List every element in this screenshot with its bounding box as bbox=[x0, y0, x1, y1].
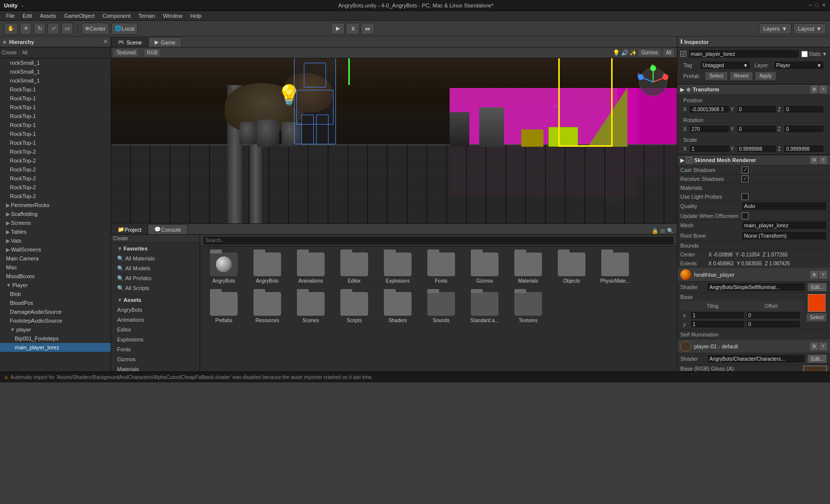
file-physicmate[interactable]: PhysicMate... bbox=[595, 251, 635, 286]
list-item[interactable]: RockTop-2 bbox=[0, 192, 111, 201]
mat1-settings-btn[interactable]: ⚙ bbox=[810, 271, 818, 279]
file-angrybots[interactable]: AngryBots bbox=[248, 251, 287, 286]
tab-console[interactable]: 💬 Console bbox=[148, 224, 187, 234]
file-shaders[interactable]: Shaders bbox=[378, 290, 417, 326]
pivot-btn[interactable]: ⊕ Center bbox=[82, 23, 109, 35]
file-animations[interactable]: Animations bbox=[291, 251, 331, 286]
space-btn[interactable]: 🌐 Local bbox=[111, 23, 138, 35]
hierarchy-damage-audio[interactable]: DamageAudioSource bbox=[0, 307, 111, 316]
play-button[interactable]: ▶ bbox=[331, 23, 345, 35]
component-settings-btn[interactable]: ⚙ bbox=[810, 85, 818, 93]
move-tool-btn[interactable]: ✛ bbox=[20, 23, 32, 35]
step-button[interactable]: ⏭ bbox=[361, 23, 374, 35]
scale-tool-btn[interactable]: ⤢ bbox=[47, 23, 59, 35]
fav-prefabs[interactable]: 🔍 All Prefabs bbox=[111, 273, 200, 283]
minimize-btn[interactable]: ─ bbox=[809, 2, 813, 8]
list-item[interactable]: RockTop-2 bbox=[0, 174, 111, 183]
scale-y-field[interactable]: 0.9999998 bbox=[737, 145, 777, 153]
file-fonts[interactable]: Fonts bbox=[421, 251, 461, 286]
list-item[interactable]: RockTop-2 bbox=[0, 183, 111, 192]
fav-models[interactable]: 🔍 All Models bbox=[111, 263, 200, 273]
menu-assets[interactable]: Assets bbox=[36, 11, 60, 21]
smr-settings-btn[interactable]: ⚙ bbox=[810, 156, 818, 164]
mat2-edit-btn[interactable]: Edit... bbox=[807, 354, 827, 363]
project-search-input[interactable] bbox=[203, 236, 674, 245]
fav-materials[interactable]: 🔍 All Materials bbox=[111, 253, 200, 263]
mat1-shader-value[interactable]: AngryBots/SimpleSelfIlluminat... bbox=[707, 283, 805, 292]
hierarchy-vats[interactable]: ▶Vats bbox=[0, 236, 111, 245]
assets-tree-header[interactable]: ▼Assets bbox=[111, 295, 200, 305]
project-view-icon[interactable]: ⊞ bbox=[661, 228, 665, 234]
hierarchy-all-btn[interactable]: All bbox=[22, 50, 28, 55]
mat1-select-btn[interactable]: Select bbox=[806, 313, 827, 322]
component-help-btn[interactable]: ? bbox=[819, 85, 827, 93]
update-offscreen-check[interactable] bbox=[742, 212, 748, 219]
proj-editor[interactable]: Editor bbox=[111, 325, 200, 335]
project-search-icon[interactable]: 🔍 bbox=[667, 228, 674, 234]
tab-project[interactable]: 📁 Project bbox=[111, 224, 148, 234]
hierarchy-blob[interactable]: Blob bbox=[0, 290, 111, 298]
prefab-select-btn[interactable]: Select bbox=[705, 72, 728, 81]
list-item[interactable]: RockTop-1 bbox=[0, 103, 111, 112]
list-item[interactable]: rockSmall_1 bbox=[0, 67, 111, 76]
list-item[interactable]: rockSmall_1 bbox=[0, 76, 111, 85]
mat2-settings-btn[interactable]: ⚙ bbox=[810, 342, 818, 350]
rot-x-field[interactable]: 270 bbox=[689, 125, 730, 133]
file-angrybots-unity[interactable]: AngryBots bbox=[204, 251, 244, 286]
layer-dropdown[interactable]: Player ▼ bbox=[774, 61, 824, 70]
quality-value[interactable]: Auto bbox=[742, 202, 827, 210]
hierarchy-main-camera[interactable]: Main Camera bbox=[0, 254, 111, 263]
tag-dropdown[interactable]: Untagged ▼ bbox=[700, 61, 750, 70]
file-materials[interactable]: Materials bbox=[508, 251, 548, 286]
skinned-mesh-header[interactable]: ▶ Skinned Mesh Renderer ⚙ ? bbox=[677, 155, 830, 166]
file-scripts[interactable]: Scripts bbox=[334, 290, 374, 326]
hierarchy-perimeter-rocks[interactable]: ▶PerimeterRocks bbox=[0, 201, 111, 210]
view-mode-btn[interactable]: Textured bbox=[113, 48, 139, 57]
rot-z-field[interactable]: 0 bbox=[784, 125, 824, 133]
hierarchy-player[interactable]: ▼Player bbox=[0, 281, 111, 290]
hierarchy-create-btn[interactable]: Create bbox=[2, 50, 17, 55]
cast-shadows-check[interactable] bbox=[742, 167, 748, 173]
static-checkbox[interactable] bbox=[801, 51, 808, 57]
hierarchy-bloodpos[interactable]: BloodPos bbox=[0, 298, 111, 307]
list-item[interactable]: rockSmall_1 bbox=[0, 58, 111, 67]
proj-fonts[interactable]: Fonts bbox=[111, 344, 200, 354]
mat1-x-tiling[interactable]: 1 bbox=[690, 311, 745, 319]
menu-help[interactable]: Help bbox=[186, 11, 206, 21]
mat1-x-offset[interactable]: 0 bbox=[746, 311, 801, 319]
rotate-tool-btn[interactable]: ↻ bbox=[34, 23, 45, 35]
object-name-field[interactable] bbox=[688, 49, 799, 58]
file-textures[interactable]: Textures bbox=[508, 290, 548, 326]
layout-dropdown[interactable]: Layout ▼ bbox=[793, 23, 826, 34]
hierarchy-tables[interactable]: ▶Tables bbox=[0, 227, 111, 236]
mat1-y-offset[interactable]: 0 bbox=[746, 320, 801, 328]
rot-y-field[interactable]: 0 bbox=[737, 125, 777, 133]
use-light-probes-check[interactable] bbox=[742, 193, 748, 200]
scale-z-field[interactable]: 0.9999998 bbox=[784, 145, 824, 153]
hierarchy-main-player-lorez[interactable]: main_player_lorez bbox=[0, 343, 111, 352]
tab-game[interactable]: ▶ Game bbox=[148, 37, 182, 47]
hierarchy-bip001[interactable]: Bip001_Footsteps bbox=[0, 334, 111, 343]
list-item[interactable]: RockTop-1 bbox=[0, 112, 111, 121]
layers-dropdown[interactable]: Layers ▼ bbox=[759, 23, 791, 34]
create-label[interactable]: Create bbox=[113, 236, 128, 241]
proj-animations[interactable]: Animations bbox=[111, 315, 200, 325]
hierarchy-close-btn[interactable]: ✕ bbox=[103, 39, 108, 45]
menu-edit[interactable]: Edit bbox=[19, 11, 36, 21]
file-resources[interactable]: Resources bbox=[248, 290, 287, 326]
menu-file[interactable]: File bbox=[2, 11, 19, 21]
mat1-y-tiling[interactable]: 1 bbox=[690, 320, 745, 328]
list-item[interactable]: RockTop-1 bbox=[0, 94, 111, 103]
file-scenes[interactable]: Scenes bbox=[291, 290, 331, 326]
mat2-help-btn[interactable]: ? bbox=[819, 342, 827, 350]
transform-component-header[interactable]: ▶ ⊕ Transform ⚙ ? bbox=[677, 84, 830, 95]
favorites-header[interactable]: ▼Favorites bbox=[111, 244, 200, 253]
hierarchy-moodboxes[interactable]: MoodBoxes bbox=[0, 272, 111, 281]
menu-terrain[interactable]: Terrain bbox=[134, 11, 159, 21]
window-controls[interactable]: ─ □ ✕ bbox=[809, 2, 826, 8]
hierarchy-screens[interactable]: ▶Screens bbox=[0, 218, 111, 227]
list-item[interactable]: RockTop-2 bbox=[0, 165, 111, 174]
smr-active-checkbox[interactable] bbox=[686, 157, 692, 163]
list-item[interactable]: RockTop-1 bbox=[0, 129, 111, 138]
file-sounds[interactable]: Sounds bbox=[421, 290, 461, 326]
